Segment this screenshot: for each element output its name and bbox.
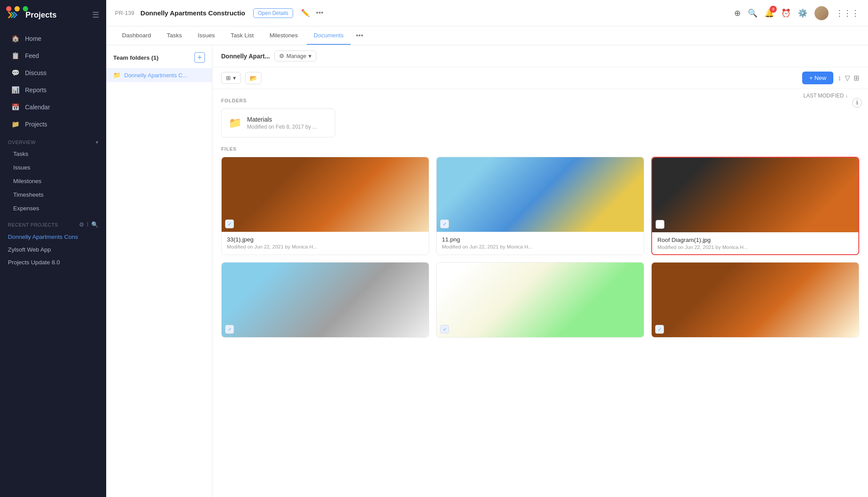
chevron-down-icon[interactable]: ▾ (96, 139, 99, 145)
doc-breadcrumb: Donnelly Apart... (221, 53, 270, 60)
notifications-icon[interactable]: 🔔 9 (764, 8, 774, 18)
file-name: 33(1).jpeg (227, 236, 423, 243)
file-thumbnail: ✓ (652, 263, 859, 337)
app-logo[interactable]: Projects ☰ (0, 0, 106, 30)
avatar-image (814, 6, 829, 20)
file-checkbox[interactable]: ✓ (225, 325, 234, 334)
overview-item-issues[interactable]: Issues (0, 161, 106, 174)
content-area: Team folders (1) + 📁 Donnelly Apartments… (106, 45, 868, 497)
file-checkbox[interactable]: ✓ (655, 325, 664, 334)
file-thumbnail: ✓ (437, 157, 644, 232)
topbar-right: ⊕ 🔍 🔔 9 ⏰ ⚙️ ⋮⋮⋮ (734, 6, 859, 20)
add-icon[interactable]: ⊕ (734, 8, 741, 18)
file-card-file-4[interactable]: ✓ (221, 262, 429, 338)
info-icon[interactable]: ℹ (852, 98, 862, 108)
hamburger-icon[interactable]: ☰ (92, 10, 99, 20)
project-id: PR-139 (115, 10, 134, 16)
chevron-down-icon: ▾ (308, 53, 312, 59)
sort-icon[interactable]: ↕ (838, 74, 841, 82)
maximize-button[interactable] (23, 6, 28, 11)
sidebar-item-discuss[interactable]: 💬 Discuss (4, 65, 103, 81)
overview-item-milestones[interactable]: Milestones (0, 174, 106, 188)
file-name: 11.png (442, 236, 638, 243)
recent-project-projects-update[interactable]: Projects Update 8.0 (0, 256, 106, 269)
view-select-button[interactable]: ⊞ ▾ (221, 72, 241, 84)
folder-card-icon: 📁 (229, 117, 242, 129)
documents-body: ℹ LAST MODIFIED ↓ FOLDERS 📁 Materials Mo… (212, 89, 868, 497)
sidebar-item-label: Projects (25, 121, 47, 128)
file-info: 33(1).jpeg Modified on Jun 22, 2021 by M… (222, 232, 429, 254)
project-title: Donnelly Apartments Constructio (140, 9, 245, 17)
file-card-file-2[interactable]: ✓ 11.png Modified on Jun 22, 2021 by Mon… (436, 157, 644, 255)
add-folder-button[interactable]: + (194, 52, 205, 63)
settings-icon[interactable]: ⚙️ (798, 8, 807, 18)
search-icon[interactable]: 🔍 (748, 8, 757, 18)
filter-icon[interactable]: ▽ (845, 74, 850, 82)
grid-icon[interactable]: ⋮⋮⋮ (836, 8, 859, 18)
files-grid: ✓ 33(1).jpeg Modified on Jun 22, 2021 by… (221, 157, 859, 338)
sidebar-item-feed[interactable]: 📋 Feed (4, 47, 103, 64)
recent-project-zylsoft[interactable]: Zylsoft Web App (0, 243, 106, 256)
tab-more-icon[interactable]: ••• (352, 26, 367, 45)
overview-item-expenses[interactable]: Expenses (0, 202, 106, 215)
overview-item-tasks[interactable]: Tasks (0, 147, 106, 161)
close-button[interactable] (6, 6, 11, 11)
tab-documents[interactable]: Documents (307, 27, 351, 45)
search-icon[interactable]: 🔍 (91, 221, 99, 228)
tab-issues[interactable]: Issues (191, 27, 222, 45)
folder-card-materials[interactable]: 📁 Materials Modified on Feb 8, 2017 by .… (221, 108, 335, 137)
overview-item-timesheets[interactable]: Timesheets (0, 188, 106, 202)
file-card-file-3[interactable]: Roof Diagram(1).jpg Modified on Jun 22, … (651, 157, 859, 255)
file-card-file-1[interactable]: ✓ 33(1).jpeg Modified on Jun 22, 2021 by… (221, 157, 429, 255)
recent-projects-header: Recent Projects ⚙ | 🔍 (0, 215, 106, 230)
file-checkbox[interactable] (656, 220, 664, 229)
projects-icon: 📁 (11, 120, 20, 128)
file-date: Modified on Jun 22, 2021 by Monica H... (442, 244, 638, 249)
sidebar-item-label: Home (25, 35, 41, 42)
overview-section-label: Overview ▾ (0, 133, 106, 147)
recent-projects-list: Donnelly Apartments ConsZylsoft Web AppP… (0, 230, 106, 269)
file-card-file-5[interactable]: ✓ (436, 262, 644, 338)
documents-toolbar: ⊞ ▾ 📂 + New ↕ ▽ ⊞ (212, 67, 868, 89)
clock-icon[interactable]: ⏰ (781, 8, 791, 18)
tab-nav: Dashboard Tasks Issues Task List Milesto… (106, 26, 868, 45)
sidebar: Projects ☰ 🏠 Home 📋 Feed 💬 Discuss 📊 Rep… (0, 0, 106, 497)
filter-icon[interactable]: ⚙ (79, 221, 85, 228)
reports-icon: 📊 (11, 86, 20, 94)
grid-view-icon[interactable]: ⊞ (854, 74, 859, 82)
new-button[interactable]: + New (802, 72, 833, 84)
folder-icon: 📁 (113, 72, 121, 79)
file-checkbox[interactable]: ✓ (440, 325, 449, 334)
folder-view-button[interactable]: 📂 (245, 72, 262, 84)
tab-dashboard[interactable]: Dashboard (115, 27, 158, 45)
avatar[interactable] (814, 6, 829, 20)
sidebar-item-home[interactable]: 🏠 Home (4, 30, 103, 47)
folder-card-date: Modified on Feb 8, 2017 by ... (247, 124, 317, 130)
folder-tree-item[interactable]: 📁 Donnelly Apartments C... (106, 68, 212, 82)
manage-icon: ⚙ (279, 53, 284, 59)
manage-button[interactable]: ⚙ Manage ▾ (274, 50, 316, 61)
sidebar-item-calendar[interactable]: 📅 Calendar (4, 99, 103, 115)
sidebar-item-label: Calendar (25, 104, 50, 111)
recent-project-donnelly[interactable]: Donnelly Apartments Cons (0, 230, 106, 243)
app-title: Projects (25, 11, 57, 20)
sidebar-nav: 🏠 Home 📋 Feed 💬 Discuss 📊 Reports 📅 Cale… (0, 30, 106, 133)
file-card-file-6[interactable]: ✓ (651, 262, 859, 338)
tab-task-list[interactable]: Task List (224, 27, 261, 45)
folder-view-icon: 📂 (250, 75, 257, 82)
more-options-icon[interactable]: ••• (316, 9, 323, 17)
tab-tasks[interactable]: Tasks (160, 27, 189, 45)
sidebar-item-reports[interactable]: 📊 Reports (4, 82, 103, 98)
sidebar-item-projects[interactable]: 📁 Projects (4, 116, 103, 133)
file-checkbox[interactable]: ✓ (225, 220, 234, 228)
folder-card-name: Materials (247, 116, 317, 123)
file-checkbox[interactable]: ✓ (440, 220, 449, 228)
open-details-button[interactable]: Open Details (253, 8, 293, 18)
file-thumbnail: ✓ (222, 157, 429, 232)
edit-icon[interactable]: ✏️ (301, 9, 310, 17)
main-area: PR-139 Donnelly Apartments Constructio O… (106, 0, 868, 497)
tab-milestones[interactable]: Milestones (262, 27, 305, 45)
file-thumbnail: ✓ (437, 263, 644, 337)
folder-panel-header: Team folders (1) + (106, 52, 212, 68)
minimize-button[interactable] (14, 6, 20, 11)
